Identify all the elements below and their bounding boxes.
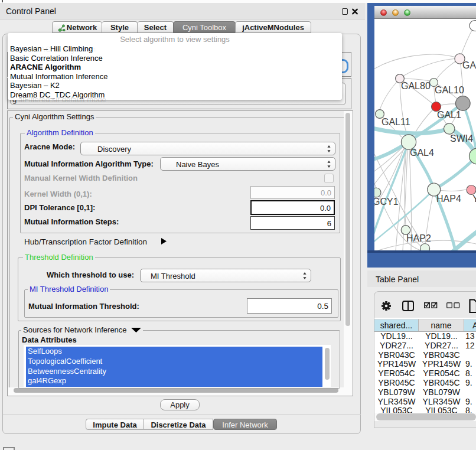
svg-text:SWI4: SWI4: [450, 133, 473, 144]
svg-text:Y: Y: [472, 194, 476, 204]
svg-text:GCY1: GCY1: [374, 197, 399, 207]
svg-text:GAL1: GAL1: [437, 110, 461, 120]
svg-text:HAP2: HAP2: [406, 233, 431, 243]
svg-text:HAP4: HAP4: [436, 194, 461, 204]
svg-text:GAL80: GAL80: [401, 81, 431, 91]
svg-text:GAL11: GAL11: [382, 117, 410, 127]
svg-text:GAL10: GAL10: [435, 85, 464, 95]
svg-text:GAL4: GAL4: [410, 148, 434, 158]
svg-text:GAL7: GAL7: [462, 60, 476, 70]
